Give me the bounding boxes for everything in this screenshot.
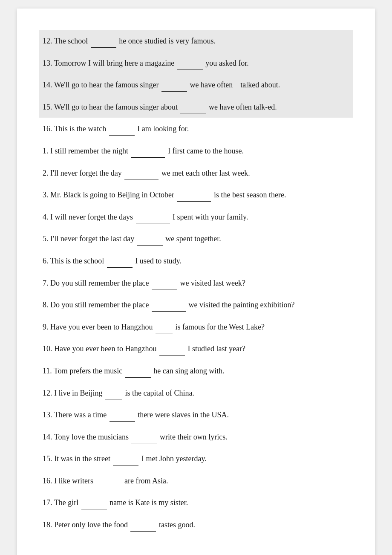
sentence-number: 1. I still remember the night xyxy=(43,147,128,155)
sentence-text: I used to study. xyxy=(135,257,182,265)
sentence-item: 9. Have you ever been to Hangzhou is fam… xyxy=(43,316,349,338)
sentence-item: 3. Mr. Black is going to Beijing in Octo… xyxy=(43,184,349,206)
sentence-number: 11. Tom prefers the music xyxy=(43,367,122,375)
sentence-text: there were slaves in the USA. xyxy=(138,410,229,419)
sentence-number: 5. I'll never forget the last day xyxy=(43,234,134,243)
sentence-text: we visited the painting exhibition? xyxy=(188,301,294,309)
sentence-text: you asked for. xyxy=(205,59,248,67)
sentence-text: we have often talked about. xyxy=(190,81,280,89)
sentence-text: I am looking for. xyxy=(137,124,189,133)
sentence-text: we have often talk-ed. xyxy=(209,103,277,111)
sentence-number: 12. I live in Beijing xyxy=(43,389,102,397)
sentence-number: 3. Mr. Black is going to Beijing in Octo… xyxy=(43,191,174,199)
sentence-number: 17. The girl xyxy=(43,498,78,507)
page: 12. The school he once studied is very f… xyxy=(17,9,375,555)
sentence-item: 16. This is the watch I am looking for. xyxy=(43,118,349,140)
sentence-number: 13. Tomorrow I will bring here a magazin… xyxy=(43,59,174,67)
sentence-text: we met each other last week. xyxy=(161,169,250,177)
sentence-text: I met John yesterday. xyxy=(141,454,207,463)
blank-field[interactable] xyxy=(152,298,186,312)
sentence-text: is the capital of China. xyxy=(125,389,194,397)
blank-field[interactable] xyxy=(159,342,185,356)
sentence-number: 15. We'll go to hear the famous singer a… xyxy=(43,103,178,111)
sentence-item: 11. Tom prefers the music he can sing al… xyxy=(43,360,349,382)
sentence-number: 8. Do you still remember the place xyxy=(43,301,149,309)
sentence-number: 2. I'll never forget the day xyxy=(43,169,122,177)
blank-field[interactable] xyxy=(130,518,156,532)
blank-field[interactable] xyxy=(131,430,157,444)
sentence-list: 12. The school he once studied is very f… xyxy=(43,30,349,536)
sentence-item: 13. There was a time there were slaves i… xyxy=(43,404,349,426)
sentence-number: 9. Have you ever been to Hangzhou xyxy=(43,323,153,331)
blank-field[interactable] xyxy=(109,122,135,136)
sentence-item: 12. The school he once studied is very f… xyxy=(39,30,353,52)
blank-field[interactable] xyxy=(107,254,133,268)
sentence-item: 4. I will never forget the days I spent … xyxy=(43,206,349,228)
sentence-item: 7. Do you still remember the place we vi… xyxy=(43,272,349,294)
blank-field[interactable] xyxy=(180,100,206,114)
blank-field[interactable] xyxy=(124,166,159,180)
sentence-text: tastes good. xyxy=(159,520,195,529)
blank-field[interactable] xyxy=(81,496,107,509)
blank-field[interactable] xyxy=(110,408,135,422)
sentence-text: are from Asia. xyxy=(124,477,168,485)
sentence-item: 15. We'll go to hear the famous singer a… xyxy=(39,96,353,118)
sentence-number: 6. This is the school xyxy=(43,257,104,265)
sentence-text: we visited last week? xyxy=(180,279,245,287)
sentence-item: 6. This is the school I used to study. xyxy=(43,250,349,272)
blank-field[interactable] xyxy=(105,386,122,400)
sentence-number: 13. There was a time xyxy=(43,410,107,419)
sentence-text: is famous for the West Lake? xyxy=(175,323,265,331)
blank-field[interactable] xyxy=(96,474,121,488)
sentence-number: 10. Have you ever been to Hangzhou xyxy=(43,344,156,353)
sentence-text: write their own lyrics. xyxy=(160,433,228,441)
sentence-text: I first came to the house. xyxy=(168,147,244,155)
sentence-number: 15. It was in the street xyxy=(43,454,110,463)
sentence-number: 16. This is the watch xyxy=(43,124,106,133)
sentence-item: 17. The girl name is Kate is my sister. xyxy=(43,491,349,514)
blank-field[interactable] xyxy=(152,276,177,290)
sentence-text: he can sing along with. xyxy=(153,367,224,375)
sentence-text: name is Kate is my sister. xyxy=(110,498,188,507)
sentence-item: 10. Have you ever been to Hangzhou I stu… xyxy=(43,338,349,360)
sentence-text: I studied last year? xyxy=(187,344,245,353)
blank-field[interactable] xyxy=(177,56,203,70)
sentence-number: 4. I will never forget the days xyxy=(43,213,133,221)
sentence-text: we spent together. xyxy=(165,234,221,243)
blank-field[interactable] xyxy=(91,34,116,48)
blank-field[interactable] xyxy=(136,210,170,224)
sentence-number: 18. Peter only love the food xyxy=(43,520,128,529)
sentence-item: 5. I'll never forget the last day we spe… xyxy=(43,228,349,250)
blank-field[interactable] xyxy=(177,188,211,202)
blank-field[interactable] xyxy=(137,232,163,246)
sentence-number: 16. I like writers xyxy=(43,477,93,485)
sentence-item: 15. It was in the street I met John yest… xyxy=(43,448,349,470)
blank-field[interactable] xyxy=(125,364,151,378)
blank-field[interactable] xyxy=(161,78,187,92)
blank-field[interactable] xyxy=(156,320,173,334)
sentence-item: 13. Tomorrow I will bring here a magazin… xyxy=(39,52,353,74)
sentence-item: 14. Tony love the musicians write their … xyxy=(43,426,349,448)
sentence-item: 14. We'll go to hear the famous singer w… xyxy=(39,74,353,96)
sentence-item: 16. I like writers are from Asia. xyxy=(43,470,349,492)
blank-field[interactable] xyxy=(131,144,165,158)
sentence-number: 7. Do you still remember the place xyxy=(43,279,149,287)
sentence-item: 18. Peter only love the food tastes good… xyxy=(43,514,349,536)
blank-field[interactable] xyxy=(113,452,138,465)
sentence-text: is the best season there. xyxy=(214,191,286,199)
sentence-number: 14. We'll go to hear the famous singer xyxy=(43,81,159,89)
sentence-item: 12. I live in Beijing is the capital of … xyxy=(43,382,349,404)
sentence-item: 1. I still remember the night I first ca… xyxy=(43,140,349,162)
sentence-number: 12. The school xyxy=(43,37,88,45)
sentence-number: 14. Tony love the musicians xyxy=(43,433,129,441)
sentence-text: I spent with your family. xyxy=(173,213,248,221)
sentence-item: 2. I'll never forget the day we met each… xyxy=(43,162,349,184)
sentence-item: 8. Do you still remember the place we vi… xyxy=(43,294,349,316)
sentence-text: he once studied is very famous. xyxy=(119,37,216,45)
